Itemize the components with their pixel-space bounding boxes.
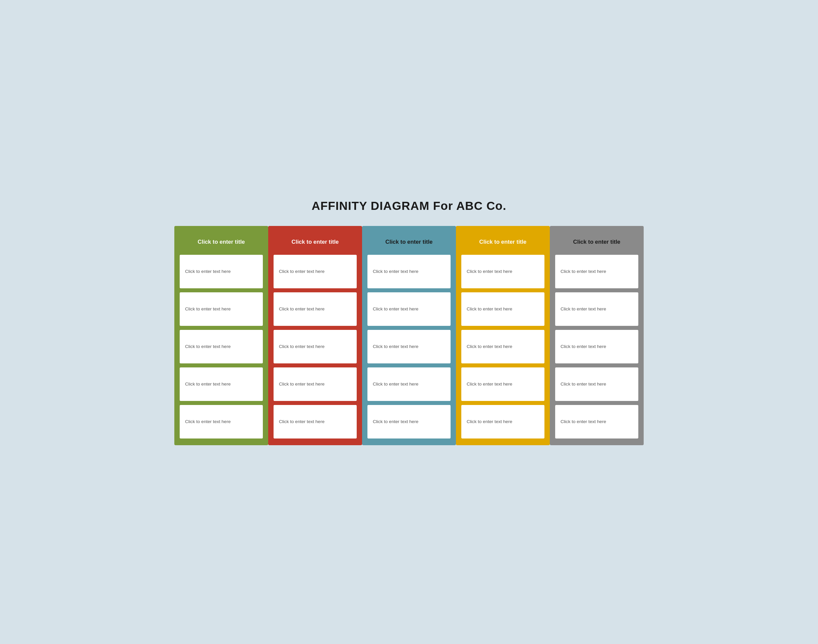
- card-text-col4-row5: Click to enter text here: [467, 419, 512, 425]
- card-col5-row1[interactable]: Click to enter text here: [555, 255, 638, 288]
- card-text-col4-row2: Click to enter text here: [467, 306, 512, 312]
- card-col4-row3[interactable]: Click to enter text here: [461, 330, 544, 363]
- card-text-col3-row1: Click to enter text here: [373, 268, 418, 274]
- card-text-col5-row2: Click to enter text here: [561, 306, 606, 312]
- column-4: Click to enter titleClick to enter text …: [456, 226, 550, 445]
- column-1-title[interactable]: Click to enter title: [180, 233, 263, 255]
- card-col5-row2[interactable]: Click to enter text here: [555, 292, 638, 326]
- card-text-col3-row5: Click to enter text here: [373, 419, 418, 425]
- card-col5-row3[interactable]: Click to enter text here: [555, 330, 638, 363]
- card-col2-row2[interactable]: Click to enter text here: [274, 292, 357, 326]
- card-text-col5-row3: Click to enter text here: [561, 343, 606, 350]
- card-col2-row5[interactable]: Click to enter text here: [274, 405, 357, 439]
- page-title: AFFINITY DIAGRAM For ABC Co.: [174, 199, 644, 213]
- column-5-title[interactable]: Click to enter title: [555, 233, 638, 255]
- card-col1-row4[interactable]: Click to enter text here: [180, 367, 263, 401]
- card-col1-row1[interactable]: Click to enter text here: [180, 255, 263, 288]
- card-col1-row2[interactable]: Click to enter text here: [180, 292, 263, 326]
- card-text-col1-row4: Click to enter text here: [185, 381, 231, 387]
- card-col3-row5[interactable]: Click to enter text here: [368, 405, 450, 439]
- card-text-col1-row1: Click to enter text here: [185, 268, 231, 274]
- card-text-col4-row1: Click to enter text here: [467, 268, 512, 274]
- card-col4-row5[interactable]: Click to enter text here: [461, 405, 544, 439]
- card-col5-row5[interactable]: Click to enter text here: [555, 405, 638, 439]
- card-col3-row1[interactable]: Click to enter text here: [368, 255, 450, 288]
- card-text-col2-row1: Click to enter text here: [279, 268, 325, 274]
- page-container: AFFINITY DIAGRAM For ABC Co. Click to en…: [174, 199, 644, 445]
- card-text-col5-row1: Click to enter text here: [561, 268, 606, 274]
- card-col4-row4[interactable]: Click to enter text here: [461, 367, 544, 401]
- card-col2-row4[interactable]: Click to enter text here: [274, 367, 357, 401]
- card-col5-row4[interactable]: Click to enter text here: [555, 367, 638, 401]
- card-text-col2-row2: Click to enter text here: [279, 306, 325, 312]
- card-text-col5-row4: Click to enter text here: [561, 381, 606, 387]
- column-2: Click to enter titleClick to enter text …: [268, 226, 362, 445]
- column-5: Click to enter titleClick to enter text …: [550, 226, 644, 445]
- card-text-col3-row2: Click to enter text here: [373, 306, 418, 312]
- card-text-col1-row2: Click to enter text here: [185, 306, 231, 312]
- card-text-col4-row3: Click to enter text here: [467, 343, 512, 350]
- card-text-col2-row4: Click to enter text here: [279, 381, 325, 387]
- column-4-title[interactable]: Click to enter title: [461, 233, 544, 255]
- card-text-col3-row3: Click to enter text here: [373, 343, 418, 350]
- column-3: Click to enter titleClick to enter text …: [362, 226, 456, 445]
- card-col3-row4[interactable]: Click to enter text here: [368, 367, 450, 401]
- card-col2-row1[interactable]: Click to enter text here: [274, 255, 357, 288]
- column-2-title[interactable]: Click to enter title: [274, 233, 357, 255]
- card-text-col1-row3: Click to enter text here: [185, 343, 231, 350]
- card-text-col3-row4: Click to enter text here: [373, 381, 418, 387]
- card-col4-row2[interactable]: Click to enter text here: [461, 292, 544, 326]
- card-col1-row5[interactable]: Click to enter text here: [180, 405, 263, 439]
- card-text-col5-row5: Click to enter text here: [561, 419, 606, 425]
- column-1: Click to enter titleClick to enter text …: [174, 226, 268, 445]
- card-text-col2-row3: Click to enter text here: [279, 343, 325, 350]
- card-col3-row2[interactable]: Click to enter text here: [368, 292, 450, 326]
- card-col2-row3[interactable]: Click to enter text here: [274, 330, 357, 363]
- card-col4-row1[interactable]: Click to enter text here: [461, 255, 544, 288]
- card-text-col2-row5: Click to enter text here: [279, 419, 325, 425]
- card-text-col4-row4: Click to enter text here: [467, 381, 512, 387]
- card-col1-row3[interactable]: Click to enter text here: [180, 330, 263, 363]
- card-col3-row3[interactable]: Click to enter text here: [368, 330, 450, 363]
- diagram-grid: Click to enter titleClick to enter text …: [174, 226, 644, 445]
- column-3-title[interactable]: Click to enter title: [368, 233, 450, 255]
- card-text-col1-row5: Click to enter text here: [185, 419, 231, 425]
